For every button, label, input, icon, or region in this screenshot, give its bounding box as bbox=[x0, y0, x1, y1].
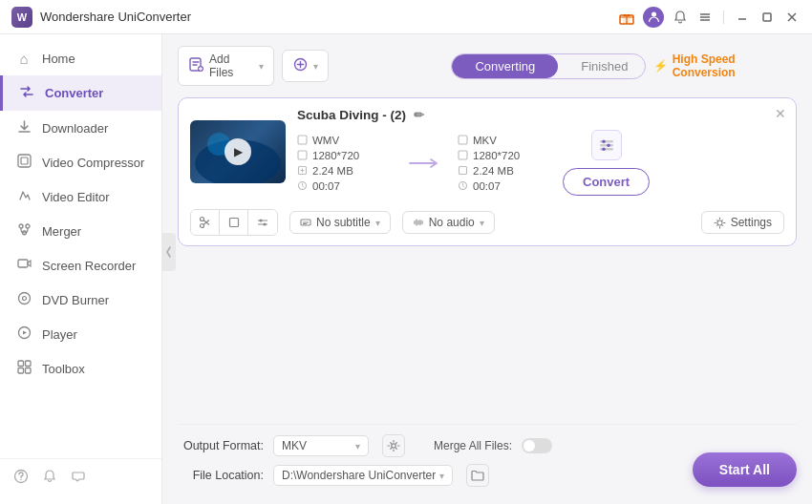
card-settings-button[interactable]: Settings bbox=[701, 211, 784, 234]
file-location-label: File Location: bbox=[178, 469, 264, 482]
tab-finished[interactable]: Finished bbox=[558, 54, 645, 78]
file-location-value: D:\Wondershare UniConverter bbox=[282, 469, 436, 482]
sidebar: ⌂ Home Converter Downloader Video Compre… bbox=[0, 34, 162, 504]
maximize-icon[interactable] bbox=[759, 9, 776, 26]
start-all-button[interactable]: Start All bbox=[693, 452, 797, 487]
sidebar-item-video-editor[interactable]: Video Editor bbox=[0, 179, 161, 214]
sidebar-label-editor: Video Editor bbox=[42, 190, 110, 204]
target-resolution-value: 1280*720 bbox=[473, 150, 520, 161]
target-resolution: 1280*720 bbox=[458, 150, 553, 161]
toolbar: Add Files ▾ ▾ Converting Finished ⚡ High… bbox=[178, 46, 797, 86]
subtitle-value: No subtitle bbox=[316, 216, 371, 229]
audio-selector[interactable]: No audio ▾ bbox=[402, 211, 495, 234]
sidebar-item-dvd-burner[interactable]: DVD Burner bbox=[0, 283, 161, 317]
menu-icon[interactable] bbox=[696, 9, 714, 26]
feedback-icon[interactable] bbox=[71, 469, 86, 487]
help-icon[interactable] bbox=[13, 469, 29, 487]
sidebar-item-merger[interactable]: Merger bbox=[0, 214, 161, 248]
subtitle-arrow: ▾ bbox=[375, 218, 380, 228]
target-duration-value: 00:07 bbox=[473, 180, 501, 192]
svg-point-41 bbox=[602, 148, 606, 152]
svg-point-13 bbox=[26, 224, 30, 228]
recorder-icon bbox=[15, 257, 32, 274]
subtitle-selector[interactable]: No subtitle ▾ bbox=[289, 211, 391, 234]
player-icon bbox=[15, 326, 32, 343]
svg-rect-7 bbox=[763, 13, 771, 21]
output-format-select[interactable]: MKV ▾ bbox=[273, 435, 369, 456]
source-resolution-value: 1280*720 bbox=[312, 150, 359, 161]
svg-point-40 bbox=[607, 144, 610, 148]
sidebar-label-converter: Converter bbox=[45, 86, 103, 100]
converter-icon bbox=[18, 84, 35, 102]
sidebar-item-home[interactable]: ⌂ Home bbox=[0, 42, 161, 75]
sidebar-item-toolbox[interactable]: Toolbox bbox=[0, 351, 161, 386]
bell-bottom-icon[interactable] bbox=[42, 469, 57, 487]
svg-rect-32 bbox=[459, 136, 467, 144]
file-location-select[interactable]: D:\Wondershare UniConverter ▾ bbox=[273, 465, 453, 486]
collapse-sidebar-tab[interactable] bbox=[162, 233, 176, 271]
add-files-button[interactable]: Add Files ▾ bbox=[178, 46, 274, 86]
sidebar-item-downloader[interactable]: Downloader bbox=[0, 111, 161, 145]
card-close-button[interactable]: ✕ bbox=[775, 106, 786, 121]
source-format-col: WMV 1280*720 2.24 MB bbox=[297, 135, 393, 192]
video-title: Scuba Diving - (2) bbox=[297, 108, 406, 122]
source-resolution: 1280*720 bbox=[297, 150, 393, 161]
merger-icon bbox=[15, 222, 32, 240]
merge-label: Merge All Files: bbox=[434, 439, 512, 452]
card-bottom-toolbar: No subtitle ▾ No audio ▾ Settings bbox=[190, 203, 784, 236]
content-area: Add Files ▾ ▾ Converting Finished ⚡ High… bbox=[162, 34, 812, 504]
svg-point-16 bbox=[18, 293, 30, 304]
output-format-value: MKV bbox=[282, 439, 307, 452]
app-title: Wondershare UniConverter bbox=[40, 10, 618, 24]
svg-point-48 bbox=[264, 223, 267, 226]
notification-icon[interactable] bbox=[672, 9, 689, 26]
titlebar: W Wondershare UniConverter bbox=[0, 0, 812, 34]
video-thumbnail[interactable]: ▶ bbox=[190, 120, 286, 183]
dvd-icon bbox=[15, 291, 32, 308]
svg-point-12 bbox=[19, 224, 23, 228]
source-format: WMV bbox=[297, 135, 393, 146]
file-location-row: File Location: D:\Wondershare UniConvert… bbox=[178, 464, 693, 487]
high-speed-conversion[interactable]: ⚡ High Speed Conversion bbox=[653, 52, 797, 79]
edit-title-icon[interactable]: ✏ bbox=[414, 108, 424, 122]
svg-rect-44 bbox=[229, 219, 238, 227]
gift-icon[interactable] bbox=[618, 9, 635, 26]
add-more-button[interactable]: ▾ bbox=[282, 50, 329, 82]
format-settings-icon[interactable] bbox=[591, 130, 622, 160]
user-icon[interactable] bbox=[643, 7, 664, 28]
sidebar-item-screen-recorder[interactable]: Screen Recorder bbox=[0, 248, 161, 283]
output-format-label: Output Format: bbox=[178, 439, 264, 452]
bolt-icon: ⚡ bbox=[653, 59, 668, 73]
tab-converting[interactable]: Converting bbox=[452, 54, 558, 78]
close-icon[interactable] bbox=[783, 9, 801, 26]
svg-rect-20 bbox=[25, 361, 31, 367]
output-format-settings-icon[interactable] bbox=[382, 434, 405, 457]
sidebar-item-player[interactable]: Player bbox=[0, 317, 161, 351]
sidebar-label-home: Home bbox=[42, 52, 75, 66]
output-format-arrow: ▾ bbox=[355, 441, 360, 452]
video-card: ✕ ▶ Scuba Diving - (2) ✏ bbox=[178, 97, 797, 246]
effects-tool-btn[interactable] bbox=[248, 210, 277, 235]
sidebar-bottom bbox=[0, 458, 161, 496]
source-format-value: WMV bbox=[312, 135, 339, 146]
sidebar-item-video-compressor[interactable]: Video Compressor bbox=[0, 145, 161, 179]
convert-button[interactable]: Convert bbox=[563, 168, 650, 196]
open-folder-icon[interactable] bbox=[466, 464, 489, 487]
sidebar-item-converter[interactable]: Converter bbox=[0, 75, 161, 111]
play-button[interactable]: ▶ bbox=[224, 138, 251, 165]
cut-tool-btn[interactable] bbox=[191, 210, 220, 235]
target-size-value: 2.24 MB bbox=[473, 165, 514, 177]
crop-tool-btn[interactable] bbox=[220, 210, 248, 235]
svg-rect-15 bbox=[18, 260, 28, 267]
audio-value: No audio bbox=[429, 216, 475, 229]
target-format-col: MKV 1280*720 2.24 MB bbox=[458, 135, 553, 192]
minimize-icon[interactable] bbox=[734, 9, 751, 26]
source-duration-value: 00:07 bbox=[312, 180, 340, 192]
target-format-value: MKV bbox=[473, 135, 497, 146]
editor-icon bbox=[15, 188, 32, 205]
file-location-arrow: ▾ bbox=[439, 471, 444, 481]
target-format: MKV bbox=[458, 135, 553, 146]
mini-tools bbox=[190, 209, 278, 236]
merge-toggle[interactable] bbox=[522, 438, 552, 453]
target-size: 2.24 MB bbox=[458, 165, 553, 177]
